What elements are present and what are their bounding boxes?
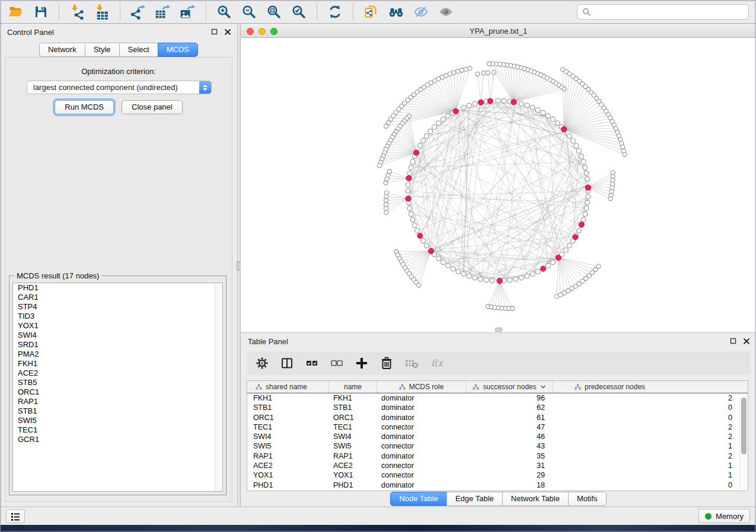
tab-node-table[interactable]: Node Table	[390, 492, 447, 506]
table-scrollbar[interactable]	[739, 394, 747, 489]
horizontal-splitter-handle[interactable]	[495, 328, 502, 332]
import-table-button[interactable]	[91, 2, 113, 21]
close-panel-button[interactable]: Close panel	[122, 100, 183, 114]
memory-button[interactable]: Memory	[698, 509, 750, 523]
columns-button[interactable]	[279, 355, 295, 371]
run-mcds-button[interactable]: Run MCDS	[55, 100, 114, 114]
table-row[interactable]: FKH1FKH1dominator962	[247, 393, 748, 403]
mcds-result-item[interactable]: SWI4	[13, 331, 222, 340]
mcds-result-item[interactable]: FKH1	[13, 359, 222, 368]
mcds-result-list[interactable]: PHD1CAR1STP4TID3YOX1SWI4SRD1PMA2FKH1ACE2…	[12, 283, 223, 492]
dropdown-stepper-icon	[199, 81, 211, 94]
mcds-result-item[interactable]: STP4	[13, 302, 222, 312]
table-row[interactable]: YOX1YOX1connector291	[247, 470, 748, 480]
network-window-title: YPA_prune.txt_1	[470, 27, 527, 36]
zoom-selected-icon	[291, 4, 307, 20]
mcds-result-item[interactable]: SWI5	[13, 416, 222, 425]
tab-style[interactable]: Style	[85, 43, 120, 57]
mcds-result-item[interactable]: TID3	[13, 312, 222, 321]
select-all-button[interactable]	[304, 355, 320, 371]
unselect-all-button[interactable]	[328, 355, 345, 371]
table-scrollbar-thumb[interactable]	[741, 398, 747, 454]
trash-button[interactable]	[378, 355, 395, 371]
clone-network-button[interactable]	[360, 2, 382, 21]
mcds-result-item[interactable]: SRD1	[13, 340, 222, 350]
float-panel-icon[interactable]	[729, 337, 737, 345]
mcds-result-item[interactable]: RAP1	[13, 397, 222, 406]
mcds-result-item[interactable]: TEC1	[13, 425, 222, 435]
mcds-result-group-title: MCDS result (17 nodes)	[14, 271, 101, 280]
export-network-button[interactable]	[127, 2, 149, 21]
fx-icon: f(x)	[429, 356, 444, 370]
table-row[interactable]: PHD1PHD1dominator180	[247, 480, 748, 490]
tab-edge-table[interactable]: Edge Table	[446, 492, 503, 506]
zoom-fit-button[interactable]	[263, 2, 285, 21]
tab-select[interactable]: Select	[119, 43, 158, 57]
network-canvas[interactable]	[241, 38, 756, 333]
zoom-selected-button[interactable]	[288, 2, 310, 21]
column-header-label: MCDS role	[409, 383, 444, 391]
table-cell: 2	[553, 451, 748, 461]
search-box[interactable]	[577, 4, 749, 20]
tab-network[interactable]: Network	[39, 43, 85, 57]
window-maximize-icon[interactable]	[270, 28, 277, 35]
table-row[interactable]: ORC1ORC1dominator610	[247, 413, 748, 422]
network-window-titlebar[interactable]: YPA_prune.txt_1	[241, 24, 756, 38]
export-image-button[interactable]	[177, 2, 199, 21]
table-cell: ACE2	[329, 461, 377, 470]
window-close-icon[interactable]	[247, 28, 254, 35]
import-network-button[interactable]	[66, 2, 88, 21]
mcds-result-item[interactable]: STB5	[13, 378, 222, 387]
column-header-name[interactable]: name	[329, 381, 377, 393]
tab-mcds[interactable]: MCDS	[158, 43, 198, 57]
column-header-successor-nodes[interactable]: successor nodes	[466, 381, 553, 393]
sort-chevron-icon	[540, 385, 546, 389]
table-row[interactable]: SWI4SWI4dominator462	[247, 432, 748, 441]
close-panel-icon[interactable]	[224, 28, 231, 36]
mcds-result-item[interactable]: PHD1	[13, 283, 222, 293]
gear-button[interactable]	[254, 355, 270, 371]
float-panel-icon[interactable]	[210, 28, 218, 36]
tab-network-table[interactable]: Network Table	[502, 492, 569, 506]
mcds-result-item[interactable]: YOX1	[13, 321, 222, 331]
add-button[interactable]	[353, 355, 370, 371]
hide-selected-button[interactable]	[410, 2, 432, 21]
zoom-in-button[interactable]	[213, 2, 235, 21]
table-cell: 61	[466, 413, 553, 422]
mcds-result-item[interactable]: STB1	[13, 406, 222, 416]
table-row[interactable]: ACE2ACE2connector311	[247, 461, 748, 470]
table-row[interactable]: STB1STB1dominator620	[247, 403, 748, 412]
criterion-dropdown-value: largest connected component (undirected)	[27, 83, 199, 92]
zoom-out-button[interactable]	[238, 2, 260, 21]
criterion-dropdown[interactable]: largest connected component (undirected)	[27, 81, 212, 94]
panel-list-button[interactable]	[6, 509, 25, 523]
network-graph[interactable]	[241, 38, 756, 333]
mcds-result-item[interactable]: CAR1	[13, 293, 222, 302]
column-header-shared-name[interactable]: shared name	[247, 381, 329, 393]
mcds-result-item[interactable]: ORC1	[13, 387, 222, 397]
refresh-button[interactable]	[324, 2, 346, 21]
close-panel-icon[interactable]	[742, 337, 750, 345]
export-table-button[interactable]	[152, 2, 174, 21]
list-icon	[9, 510, 22, 523]
search-input[interactable]	[594, 8, 744, 17]
mcds-result-item[interactable]: ACE2	[13, 368, 222, 378]
mcds-result-item[interactable]: PMA2	[13, 350, 222, 359]
binoculars-button[interactable]	[385, 2, 407, 21]
table-row[interactable]: TEC1TEC1connector472	[247, 422, 748, 432]
tab-motifs[interactable]: Motifs	[568, 492, 607, 506]
window-minimize-icon[interactable]	[259, 28, 266, 35]
toolbar-separator	[317, 3, 317, 21]
result-list-scrollbar[interactable]	[215, 283, 222, 491]
open-session-button[interactable]	[5, 2, 27, 21]
column-header-predecessor-nodes[interactable]: predecessor nodes	[553, 381, 748, 393]
table-row[interactable]: SWI5SWI5connector431	[247, 441, 748, 451]
save-session-button[interactable]	[30, 2, 52, 21]
toolbar-separator	[206, 3, 206, 21]
mcds-result-item[interactable]: GCR1	[13, 435, 222, 444]
column-header-mcds-role[interactable]: MCDS role	[377, 381, 466, 393]
table-row[interactable]: RAP1RAP1dominator352	[247, 451, 748, 461]
refresh-icon	[327, 4, 343, 20]
table-cell: 18	[466, 480, 553, 490]
zoom-fit-icon	[266, 4, 282, 20]
